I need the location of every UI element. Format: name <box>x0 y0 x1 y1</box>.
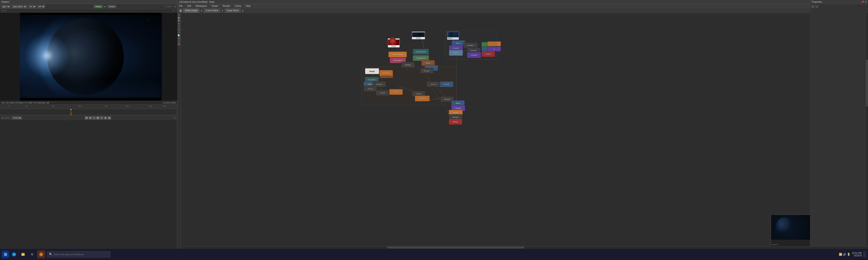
gtool-zoom[interactable]: 🔍 <box>178 20 180 22</box>
taskbar-search-input[interactable] <box>54 253 99 256</box>
channels-select[interactable]: rgbargbalpha <box>1 5 10 8</box>
node-grp5[interactable]: GrCh5 <box>426 81 440 87</box>
bit-depth-select[interactable]: RGB <box>28 5 36 8</box>
clock-time: 10:41 PM <box>852 252 862 254</box>
node-grade3-r[interactable]: Grade3 <box>467 52 481 58</box>
gtool-dot[interactable]: • <box>178 25 180 28</box>
properties-pin[interactable]: 📌 <box>861 1 864 3</box>
node-scroll-h[interactable] <box>181 246 868 249</box>
files-icon <box>21 252 25 257</box>
node-read3[interactable]: Read3 <box>365 68 379 74</box>
read1-btn[interactable]: Read1 <box>94 5 103 8</box>
scroll-v-thumb[interactable] <box>866 60 868 106</box>
btn-stop[interactable]: ■ <box>96 116 99 120</box>
zoom-label: 2D <box>174 5 176 8</box>
menu-file[interactable]: File <box>178 5 184 7</box>
menu-render[interactable]: Render <box>222 5 231 7</box>
gtool-snap[interactable]: ⊞ <box>178 37 180 40</box>
properties-close[interactable]: ✕ <box>865 1 867 3</box>
node-merge1[interactable]: Merge1 <box>401 62 415 68</box>
prop-btn2[interactable]: □ <box>815 5 818 8</box>
taskbar-search-container[interactable]: 🔍 <box>47 251 110 258</box>
menu-viewer[interactable]: Viewer <box>211 5 219 7</box>
read2-btn[interactable]: Read2 <box>107 5 117 8</box>
node-scroll-v[interactable] <box>866 13 868 246</box>
btn-next-frame[interactable]: ▶ <box>104 116 107 120</box>
sys-volume[interactable]: 🔊 <box>843 253 846 256</box>
btn-play[interactable]: ▷ <box>100 116 103 120</box>
scroll-h-thumb[interactable] <box>387 247 524 249</box>
back-btn[interactable]: ◀ <box>179 9 182 12</box>
search-icon: 🔍 <box>49 253 53 256</box>
nuke-titlebar: LACeakers2.nknc [modified] - Nuke <box>177 0 868 4</box>
node-colorc[interactable]: ColorC1 <box>415 96 430 101</box>
coords-text: x=1410 y=298 <box>163 102 176 104</box>
menu-cache[interactable]: Cache <box>234 5 242 7</box>
gtool-anim[interactable]: ◌ <box>178 40 180 43</box>
btn-goto-end[interactable]: ▶| <box>108 116 111 120</box>
tab-curve-editor[interactable]: Curve Editor <box>204 8 220 13</box>
node-grp1[interactable]: GrCh1 <box>364 86 377 92</box>
node-areaQ[interactable]: AreaQ1 <box>379 70 393 76</box>
tick-50: 50 <box>26 105 28 107</box>
node-color-right[interactable]: Color1 <box>482 51 495 57</box>
gtool-cut[interactable]: ✂ <box>178 22 180 25</box>
gtool-select[interactable]: ↖ <box>178 13 180 16</box>
node-keyer1[interactable]: Keyer1 <box>449 50 463 56</box>
node-grp6[interactable]: GrCh6 <box>440 81 454 87</box>
node-dot-purple[interactable]: A <box>487 46 501 52</box>
tab-node-graph[interactable]: Node Graph <box>183 8 199 13</box>
clock-area[interactable]: 10:41 PM 6/13/20 <box>852 252 862 257</box>
gtool-pin[interactable]: 📌 <box>178 43 180 45</box>
colorspace-select[interactable]: sRGB <box>37 5 45 8</box>
gtool-hand[interactable]: ✋ <box>178 17 180 19</box>
node-read-right-thumb[interactable]: Read1 <box>447 32 459 40</box>
menu-help[interactable]: Help <box>245 5 251 7</box>
gtool-merge[interactable]: ⊕ <box>178 28 180 31</box>
node-read2-thumb[interactable]: Read2 <box>412 32 425 39</box>
node-graph-area[interactable]: Read2 Read1 FrameHold1 ColorLookup1 Satu… <box>181 13 814 249</box>
loop-btn[interactable]: ↻ <box>174 117 176 119</box>
nuke-menubar: File Edit Workspace Viewer Render Cache … <box>177 4 868 8</box>
tab-sep1: ◆ <box>200 9 203 12</box>
viewer-toolbar: rgbargbalpha rgba-alpha RGB sRGB Read1 ▶… <box>0 4 177 9</box>
mini-preview: zoom: fit <box>771 215 811 246</box>
menu-workspace[interactable]: Workspace <box>195 5 208 7</box>
taskbar-app-nuke[interactable]: N <box>37 250 45 258</box>
sys-network[interactable]: 📶 <box>839 253 842 256</box>
global-select[interactable]: Global <box>12 116 22 120</box>
prop-toolbar: ⊕ □ <box>811 5 867 8</box>
node-framehold1[interactable]: FrameHold1 <box>413 49 429 55</box>
tab-sep2: ◆ <box>221 9 224 12</box>
gtool-backdrop[interactable]: □ <box>178 31 180 34</box>
settings-icon <box>30 252 34 257</box>
prop-btn1[interactable]: ⊕ <box>811 5 814 8</box>
sys-battery: 🔋 <box>847 253 850 256</box>
node-dot-orange[interactable] <box>487 41 501 46</box>
gtool-note[interactable]: 📝 <box>178 34 180 37</box>
node-grp3[interactable]: GrCh3 <box>389 89 403 95</box>
node-merge4[interactable]: Merge4 <box>420 68 434 74</box>
btn-prev-frame[interactable]: ◀ <box>89 116 92 120</box>
viewer-timeline: 0 50 100 150 200 250 300 350 1/3 1F ▼ Gl… <box>0 104 177 120</box>
btn-goto-start[interactable]: |◀ <box>85 116 88 120</box>
taskbar-app-edge[interactable] <box>10 250 18 258</box>
viewer-title: Viewer1 <box>1 1 9 3</box>
taskbar-app-files[interactable] <box>19 250 27 258</box>
node-write1[interactable]: Write1 <box>449 119 462 125</box>
clock-date: 6/13/20 <box>854 254 862 257</box>
mini-preview-inner <box>771 215 811 240</box>
edge-icon <box>12 252 16 257</box>
show-desktop-btn[interactable] <box>864 251 866 258</box>
start-button[interactable]: ⊞ <box>2 251 9 258</box>
node-colorlookup[interactable]: ColorLookup1 <box>388 52 407 57</box>
btn-play-rev[interactable]: ◁ <box>92 116 96 120</box>
sys-tray: 📶 🔊 🔋 <box>839 253 850 256</box>
tab-dope-sheet[interactable]: Dope Sheet <box>225 8 241 13</box>
node-grp2[interactable]: GrCh2 <box>376 90 389 96</box>
alpha-select[interactable]: rgba-alpha <box>11 5 27 8</box>
menu-edit[interactable]: Edit <box>186 5 192 7</box>
node-read1-label: Read1 <box>392 45 396 47</box>
taskbar-app-settings[interactable] <box>28 250 36 258</box>
node-read1-thumb[interactable]: Read1 <box>388 38 400 47</box>
